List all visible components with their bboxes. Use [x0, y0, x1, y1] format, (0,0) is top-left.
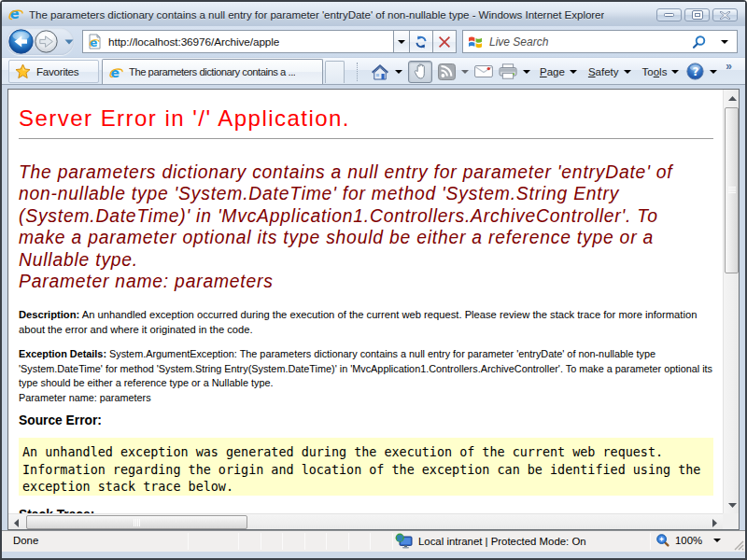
favorites-star-icon: [15, 63, 31, 79]
error-message: The parameters dictionary contains a nul…: [19, 161, 696, 292]
read-mail-button[interactable]: [472, 60, 496, 83]
home-icon: [371, 63, 389, 80]
scroll-down-arrow[interactable]: [728, 503, 737, 508]
status-text: Done: [13, 535, 38, 546]
tab-title: The parameters dictionary contains a ...: [129, 66, 295, 77]
source-error-box: An unhandled exception was generated dur…: [19, 438, 713, 496]
search-box[interactable]: Live Search: [462, 30, 738, 53]
window-controls: [656, 8, 738, 21]
status-separator: [370, 533, 371, 550]
help-button[interactable]: ?: [684, 60, 707, 83]
page-menu[interactable]: Page: [533, 60, 582, 83]
forward-button[interactable]: [35, 30, 58, 53]
dropdown-arrow-icon: [671, 70, 679, 74]
svg-text:?: ?: [693, 65, 699, 78]
status-separator: [261, 533, 261, 550]
window-title: The parameters dictionary contains a nul…: [29, 8, 604, 21]
maximize-button[interactable]: [684, 8, 710, 21]
status-separator: [326, 533, 327, 550]
status-separator: [282, 533, 283, 550]
status-separator: [392, 533, 393, 550]
scroll-up-arrow[interactable]: [728, 96, 737, 101]
horizontal-scroll-thumb[interactable]: [26, 515, 247, 529]
help-icon: ?: [686, 63, 704, 80]
vertical-scroll-thumb[interactable]: [725, 107, 739, 273]
scrollbar-corner: [723, 513, 739, 529]
toolbar-separator: [357, 63, 358, 81]
dropdown-arrow-icon: [624, 70, 631, 74]
vertical-scrollbar[interactable]: [723, 90, 739, 513]
status-bar: Done Local intranet | Protected Mode: On: [2, 530, 745, 552]
tools-menu[interactable]: Tools: [636, 60, 684, 83]
dropdown-arrow-icon: [398, 40, 405, 44]
status-separator: [650, 533, 651, 550]
address-dropdown-button[interactable]: [394, 30, 410, 53]
error-page-title: Server Error in '/' Application.: [19, 105, 713, 132]
feeds-button[interactable]: [435, 60, 458, 83]
scroll-left-arrow[interactable]: [14, 519, 19, 527]
minimize-button[interactable]: [656, 8, 682, 21]
zoom-level: 100%: [675, 535, 702, 546]
window-frame-bottom: [2, 552, 745, 558]
browser-window: e The parameters dictionary contains a n…: [0, 0, 747, 560]
zoom-icon: [655, 533, 670, 548]
hand-tool-button[interactable]: [408, 61, 432, 83]
exception-details-paragraph: Exception Details: System.ArgumentExcept…: [19, 347, 717, 405]
refresh-icon: [414, 35, 429, 49]
command-bar: Page Safety Tools: [368, 60, 720, 83]
help-dropdown[interactable]: [707, 60, 720, 83]
dropdown-arrow-icon: [461, 70, 469, 74]
home-button[interactable]: [368, 60, 392, 83]
exception-details-label: Exception Details:: [19, 348, 106, 359]
favorites-label: Favorites: [36, 65, 78, 77]
safety-menu[interactable]: Safety: [582, 60, 636, 83]
mail-icon: [474, 64, 493, 78]
refresh-button[interactable]: [410, 30, 433, 53]
title-bar[interactable]: e The parameters dictionary contains a n…: [2, 2, 745, 26]
dropdown-arrow-icon: [395, 70, 402, 74]
home-dropdown[interactable]: [392, 60, 405, 83]
page-menu-label: Page: [540, 66, 565, 77]
dropdown-arrow-icon: [523, 70, 530, 74]
resize-grip[interactable]: [732, 539, 744, 551]
zoom-dropdown[interactable]: [713, 539, 721, 542]
status-separator: [188, 533, 189, 550]
back-button[interactable]: [8, 29, 34, 54]
tabs-command-bar: Favorites e The parameters dictionary co…: [2, 58, 745, 85]
security-zone-text: Local intranet | Protected Mode: On: [418, 536, 586, 547]
safety-menu-label: Safety: [588, 66, 619, 77]
close-button[interactable]: [712, 8, 738, 21]
divider: [19, 138, 713, 139]
source-error-label: Source Error:: [19, 413, 713, 428]
search-placeholder[interactable]: Live Search: [489, 35, 548, 49]
stop-button[interactable]: [433, 30, 457, 53]
address-bar[interactable]: e http://localhost:36976/Archive/apple: [82, 30, 394, 53]
svg-text:e: e: [90, 36, 97, 49]
page-viewport: Server Error in '/' Application. The par…: [8, 90, 722, 513]
status-separator: [238, 533, 239, 550]
navigation-bar: e http://localhost:36976/Archive/apple: [2, 26, 745, 58]
security-zone[interactable]: Local intranet | Protected Mode: On: [395, 533, 586, 550]
hand-icon: [414, 63, 428, 79]
url-text[interactable]: http://localhost:36976/Archive/apple: [108, 35, 279, 49]
new-tab-button[interactable]: [325, 61, 345, 83]
zoom-control[interactable]: 100%: [655, 533, 721, 548]
horizontal-scrollbar[interactable]: [8, 513, 723, 529]
page-favicon-icon: e: [87, 34, 103, 49]
dropdown-arrow-icon: [710, 70, 717, 74]
search-magnifier-icon[interactable]: [691, 35, 707, 50]
favorites-button[interactable]: Favorites: [8, 60, 99, 83]
local-intranet-icon: [395, 533, 413, 550]
live-search-flag-icon: [468, 35, 483, 49]
scroll-right-arrow[interactable]: [712, 519, 717, 527]
recent-pages-dropdown[interactable]: [64, 39, 74, 45]
ie-logo-icon: e: [8, 7, 23, 21]
print-button[interactable]: [496, 60, 520, 83]
search-options-dropdown[interactable]: [721, 40, 728, 44]
feeds-dropdown[interactable]: [458, 60, 472, 83]
error-param-line: Parameter name: parameters: [19, 272, 274, 291]
toolbar-overflow-chevron[interactable]: »: [726, 60, 731, 73]
active-tab[interactable]: e The parameters dictionary contains a .…: [102, 59, 323, 84]
print-dropdown[interactable]: [520, 60, 533, 83]
status-separator: [304, 533, 305, 550]
